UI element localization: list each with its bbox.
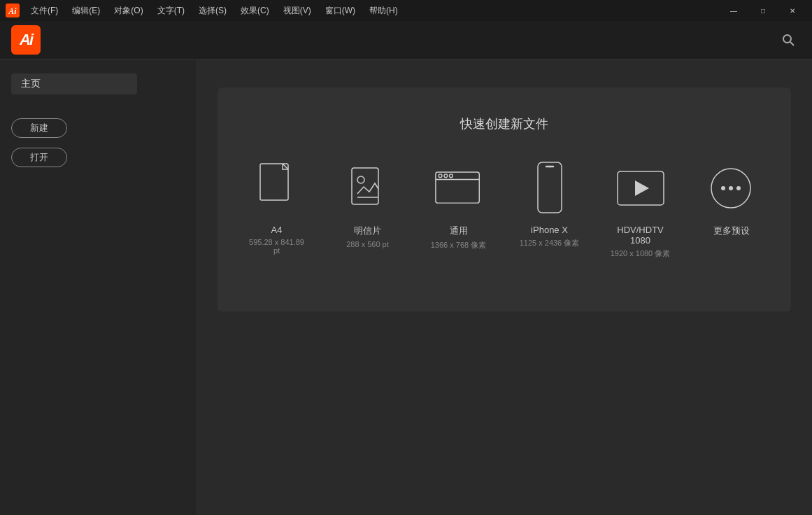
menu-item[interactable]: 文件(F) <box>25 3 64 18</box>
preset-icon-web <box>434 160 484 216</box>
presets-row: A4595.28 x 841.89 pt 明信片288 x 560 pt 通用1… <box>245 160 763 259</box>
svg-line-3 <box>790 42 794 45</box>
menu-item[interactable]: 窗口(W) <box>320 3 361 18</box>
preset-size: 288 x 560 pt <box>346 240 389 248</box>
svg-point-10 <box>439 174 442 177</box>
new-button[interactable]: 新建 <box>11 118 67 138</box>
preset-icon-iphone <box>525 160 575 216</box>
svg-rect-5 <box>352 168 378 204</box>
menu-item[interactable]: 帮助(H) <box>364 3 404 18</box>
sidebar: 主页 新建 打开 <box>0 59 196 515</box>
svg-point-21 <box>736 186 741 190</box>
svg-point-12 <box>449 174 453 177</box>
svg-point-19 <box>721 186 725 190</box>
preset-item[interactable]: iPhone X1125 x 2436 像素 <box>518 160 581 248</box>
preset-item[interactable]: A4595.28 x 841.89 pt <box>245 160 308 255</box>
titlebar-logo: Ai <box>6 3 20 17</box>
preset-name: 明信片 <box>354 225 381 237</box>
svg-text:Ai: Ai <box>8 6 17 16</box>
menu-item[interactable]: 效果(C) <box>235 3 275 18</box>
search-icon <box>781 33 795 47</box>
svg-point-20 <box>729 186 733 190</box>
preset-name: 通用 <box>450 225 468 237</box>
preset-name: 更多预设 <box>713 225 750 237</box>
main-content: 主页 新建 打开 快速创建新文件 A4595.28 x 841.89 pt 明信… <box>0 59 812 515</box>
preset-icon-postcard <box>343 160 393 216</box>
app-logo: Ai <box>11 25 41 55</box>
content-area: 快速创建新文件 A4595.28 x 841.89 pt 明信片288 x 56… <box>196 59 812 515</box>
svg-marker-17 <box>635 181 649 196</box>
home-tab[interactable]: 主页 <box>11 73 137 94</box>
preset-item[interactable]: 更多预设 <box>700 160 763 240</box>
svg-rect-13 <box>538 162 562 213</box>
title-bar: Ai 文件(F)编辑(E)对象(O)文字(T)选择(S)效果(C)视图(V)窗口… <box>0 0 812 21</box>
preset-name: A4 <box>271 225 283 235</box>
close-button[interactable]: ✕ <box>778 3 806 17</box>
preset-size: 1366 x 768 像素 <box>431 240 487 251</box>
preset-item[interactable]: 通用1366 x 768 像素 <box>427 160 490 251</box>
preset-name: iPhone X <box>531 225 568 235</box>
preset-icon-more <box>706 160 757 216</box>
svg-point-11 <box>443 174 447 177</box>
menu-item[interactable]: 编辑(E) <box>66 3 106 18</box>
open-button[interactable]: 打开 <box>11 148 67 167</box>
quick-create-title: 快速创建新文件 <box>245 115 763 132</box>
menu-item[interactable]: 选择(S) <box>193 3 232 18</box>
preset-icon-video <box>615 160 666 216</box>
preset-size: 1920 x 1080 像素 <box>611 248 671 259</box>
menu-item[interactable]: 视图(V) <box>278 3 317 18</box>
svg-point-2 <box>783 35 791 43</box>
minimize-button[interactable]: — <box>720 3 748 17</box>
preset-name: HDV/HDTV 1080 <box>609 225 672 246</box>
preset-size: 595.28 x 841.89 pt <box>245 238 308 255</box>
app-header: Ai <box>0 21 812 59</box>
menu-bar: 文件(F)编辑(E)对象(O)文字(T)选择(S)效果(C)视图(V)窗口(W)… <box>25 3 720 18</box>
quick-create-panel: 快速创建新文件 A4595.28 x 841.89 pt 明信片288 x 56… <box>218 87 791 311</box>
search-button[interactable] <box>776 27 801 52</box>
svg-point-15 <box>548 166 550 167</box>
svg-point-6 <box>357 176 364 183</box>
preset-item[interactable]: 明信片288 x 560 pt <box>336 160 399 248</box>
menu-item[interactable]: 对象(O) <box>108 3 148 18</box>
menu-item[interactable]: 文字(T) <box>152 3 190 18</box>
preset-item[interactable]: HDV/HDTV 10801920 x 1080 像素 <box>609 160 672 259</box>
preset-icon-a4 <box>252 160 302 216</box>
maximize-button[interactable]: □ <box>749 3 777 17</box>
preset-size: 1125 x 2436 像素 <box>520 238 580 248</box>
window-controls: — □ ✕ <box>720 3 806 17</box>
